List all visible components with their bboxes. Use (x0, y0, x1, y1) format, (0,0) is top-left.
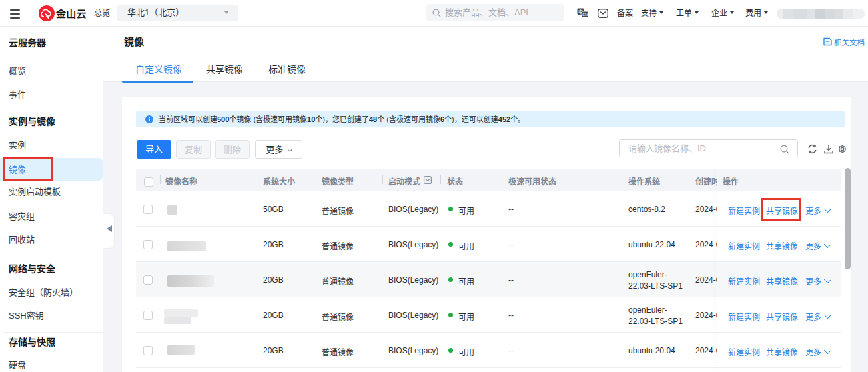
svg-text:EN: EN (582, 13, 588, 17)
